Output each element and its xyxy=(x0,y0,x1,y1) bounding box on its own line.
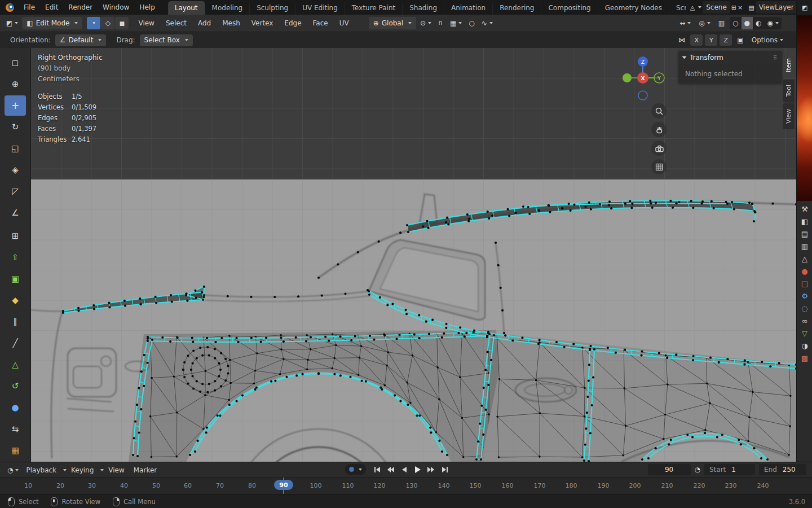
workspace-tab-compositing[interactable]: Compositing xyxy=(541,1,598,15)
workspace-tab-rendering[interactable]: Rendering xyxy=(493,1,541,15)
workspace-tab-shading[interactable]: Shading xyxy=(403,1,444,15)
tool-extrude[interactable] xyxy=(5,247,26,268)
vertex-select-button[interactable] xyxy=(87,17,100,29)
toggle-ortho-icon[interactable] xyxy=(651,159,667,174)
gizmo-neg-z[interactable] xyxy=(638,91,647,100)
material-properties-tab-icon[interactable] xyxy=(801,342,807,349)
editor-type-icon[interactable] xyxy=(3,17,21,29)
proportional-falloff-icon[interactable] xyxy=(479,17,496,29)
menu-viewport-mesh[interactable]: Mesh xyxy=(217,17,245,29)
tool-rotate[interactable] xyxy=(5,117,26,137)
tool-spin[interactable] xyxy=(5,376,26,396)
workspace-tab-layout[interactable]: Layout xyxy=(168,1,205,15)
constraint-properties-tab-icon[interactable] xyxy=(802,317,808,325)
menu-edit[interactable]: Edit xyxy=(40,1,63,14)
pivot-point-icon[interactable] xyxy=(417,17,434,29)
shading-rendered-icon[interactable] xyxy=(765,17,782,29)
menu-window[interactable]: Window xyxy=(98,1,134,14)
viewport-3d[interactable]: Right Orthographic (90) body Centimeters… xyxy=(31,48,796,462)
menu-viewport-view[interactable]: View xyxy=(133,17,159,29)
workspace-tab-modeling[interactable]: Modeling xyxy=(205,1,250,15)
pan-hand-icon[interactable] xyxy=(651,122,667,137)
jump-start-button[interactable] xyxy=(371,465,383,475)
world-properties-tab-icon[interactable] xyxy=(801,268,807,275)
tool-annotate[interactable] xyxy=(5,181,26,202)
timeline-editor-icon[interactable] xyxy=(5,464,21,476)
auto-keying-toggle[interactable] xyxy=(345,464,366,475)
use-preview-range-icon[interactable] xyxy=(695,466,700,473)
image-editor-header[interactable] xyxy=(797,0,812,16)
view-layer-field[interactable]: ViewLayer xyxy=(756,1,797,14)
current-frame-field[interactable]: 90 xyxy=(648,464,691,475)
scene-browse-icon[interactable] xyxy=(690,5,695,11)
options-dropdown[interactable]: Options xyxy=(749,34,786,46)
jump-end-button[interactable] xyxy=(439,465,451,475)
timeline-ruler[interactable]: 10 20 30 40 50 60 70 80 100 110 120 130 … xyxy=(0,477,812,494)
tool-poly-build[interactable] xyxy=(5,354,26,375)
texture-properties-tab-icon[interactable] xyxy=(801,354,808,362)
mirror-z-button[interactable]: Z xyxy=(720,34,732,46)
tool-smooth[interactable] xyxy=(5,397,26,418)
mode-dropdown[interactable]: Edit Mode xyxy=(22,17,82,29)
snap-magnet-icon[interactable] xyxy=(435,17,446,29)
menu-viewport-add[interactable]: Add xyxy=(193,17,216,29)
tool-select-box[interactable] xyxy=(5,52,26,73)
drag-dropdown[interactable]: Select Box xyxy=(140,34,193,46)
menu-viewport-uv[interactable]: UV xyxy=(334,17,354,29)
scene-name-field[interactable]: Scene xyxy=(703,1,730,14)
object-properties-tab-icon[interactable] xyxy=(801,280,808,287)
workspace-tab-sculpting[interactable]: Sculpting xyxy=(250,1,295,15)
render-properties-tab-icon[interactable] xyxy=(801,218,808,225)
tab-view[interactable]: View xyxy=(783,103,795,129)
play-button[interactable] xyxy=(412,465,423,475)
start-frame-field[interactable]: Start1 xyxy=(704,464,755,475)
scene-properties-tab-icon[interactable] xyxy=(802,255,807,262)
tool-loop-cut[interactable] xyxy=(5,312,26,332)
gizmo-neg-y[interactable] xyxy=(623,73,632,82)
menu-viewport-select[interactable]: Select xyxy=(161,17,192,29)
tab-item[interactable]: Item xyxy=(783,52,795,78)
snap-options-icon[interactable] xyxy=(734,34,746,46)
workspace-tab-geometry-nodes[interactable]: Geometry Nodes xyxy=(598,1,669,15)
next-keyframe-button[interactable] xyxy=(425,465,437,475)
snap-target-icon[interactable] xyxy=(447,17,465,29)
proportional-editing-icon[interactable] xyxy=(466,17,477,29)
menu-keying[interactable]: Keying xyxy=(67,464,98,476)
output-properties-tab-icon[interactable] xyxy=(801,230,808,238)
menu-viewport-vertex[interactable]: Vertex xyxy=(246,17,279,29)
tab-tool[interactable]: Tool xyxy=(783,79,795,102)
camera-view-icon[interactable] xyxy=(651,141,667,156)
menu-timeline-view[interactable]: View xyxy=(104,464,129,476)
menu-file[interactable]: File xyxy=(19,1,40,14)
tool-bevel[interactable] xyxy=(5,290,26,310)
view-layer-icon[interactable] xyxy=(748,5,754,11)
menu-playback[interactable]: Playback xyxy=(21,464,61,476)
show-overlays-icon[interactable] xyxy=(696,17,713,29)
scene-caret-icon[interactable] xyxy=(698,6,701,8)
new-scene-icon[interactable] xyxy=(731,5,736,11)
show-gizmo-icon[interactable] xyxy=(677,17,694,29)
workspace-tab-texture-paint[interactable]: Texture Paint xyxy=(345,1,403,15)
tool-cursor[interactable] xyxy=(5,74,26,94)
prev-keyframe-button[interactable] xyxy=(385,465,396,475)
shading-solid-icon[interactable] xyxy=(742,17,753,29)
playhead-frame-badge[interactable]: 90 xyxy=(274,480,293,490)
viewport-canvas[interactable] xyxy=(31,48,796,462)
play-reverse-button[interactable] xyxy=(398,465,410,475)
tool-properties-tab-icon[interactable] xyxy=(801,205,808,213)
mirror-y-button[interactable]: Y xyxy=(705,34,717,46)
workspace-tab-uv-editing[interactable]: UV Editing xyxy=(295,1,345,15)
tool-add-cube[interactable] xyxy=(5,226,26,246)
unlink-scene-icon[interactable] xyxy=(738,5,743,11)
workspace-tab-scripting[interactable]: Scripting xyxy=(669,1,686,15)
face-select-button[interactable] xyxy=(115,17,129,29)
panel-drag-handle[interactable]: ⠿ xyxy=(773,55,778,61)
tool-knife[interactable] xyxy=(5,333,26,353)
blender-logo-icon[interactable] xyxy=(6,3,14,12)
tool-shrink-fatten[interactable] xyxy=(5,440,26,461)
tool-inset-faces[interactable] xyxy=(5,269,26,289)
tool-move[interactable] xyxy=(5,95,26,116)
tool-measure[interactable] xyxy=(5,203,26,223)
workspace-tab-animation[interactable]: Animation xyxy=(444,1,493,15)
view-layer-properties-tab-icon[interactable] xyxy=(801,243,808,250)
